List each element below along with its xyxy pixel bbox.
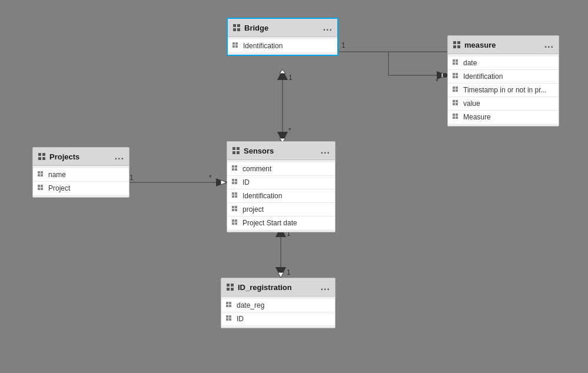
svg-rect-44 bbox=[456, 89, 458, 92]
svg-rect-56 bbox=[42, 157, 45, 160]
svg-rect-71 bbox=[232, 168, 234, 171]
svg-rect-30 bbox=[457, 41, 460, 44]
svg-rect-40 bbox=[456, 76, 458, 78]
svg-rect-60 bbox=[41, 174, 43, 176]
measure-field-0-label: date bbox=[463, 59, 477, 67]
sensors-field-1-label: ID bbox=[242, 178, 250, 186]
svg-rect-37 bbox=[453, 73, 455, 75]
svg-rect-80 bbox=[235, 195, 237, 198]
svg-rect-92 bbox=[231, 288, 234, 291]
svg-rect-87 bbox=[232, 222, 234, 225]
rel-label-projects-sensors-right: * bbox=[209, 174, 212, 182]
rel-label-sensors-idreg-bottom: 1 bbox=[287, 268, 291, 277]
svg-rect-47 bbox=[453, 103, 455, 105]
sensors-table-menu[interactable]: ... bbox=[321, 145, 330, 156]
svg-rect-50 bbox=[456, 114, 458, 116]
projects-table-header: Projects ... bbox=[33, 148, 129, 166]
sensors-field-icon-0 bbox=[232, 165, 239, 172]
svg-rect-24 bbox=[237, 28, 240, 31]
measure-table-body: date Identification bbox=[448, 54, 559, 126]
sensors-field-icon-1 bbox=[232, 179, 239, 186]
svg-rect-41 bbox=[453, 86, 455, 89]
svg-rect-61 bbox=[38, 185, 40, 187]
measure-field-4: Measure bbox=[448, 111, 559, 124]
svg-rect-51 bbox=[453, 116, 455, 119]
svg-rect-74 bbox=[235, 179, 237, 181]
svg-rect-34 bbox=[456, 59, 458, 62]
svg-rect-63 bbox=[38, 188, 40, 190]
svg-marker-9 bbox=[280, 69, 285, 74]
sensors-field-1: ID bbox=[227, 176, 335, 189]
svg-rect-55 bbox=[38, 157, 41, 160]
svg-rect-69 bbox=[232, 165, 234, 168]
id-registration-table[interactable]: ID_registration ... date_reg bbox=[221, 278, 335, 328]
bridge-field-0-label: Identification bbox=[243, 42, 283, 50]
svg-rect-100 bbox=[229, 318, 231, 321]
id-registration-field-icon-1 bbox=[226, 315, 233, 322]
svg-rect-23 bbox=[233, 28, 236, 31]
measure-field-3-label: value bbox=[463, 99, 480, 108]
svg-rect-83 bbox=[232, 209, 234, 211]
sensors-field-3: project bbox=[227, 203, 335, 217]
id-registration-table-menu[interactable]: ... bbox=[321, 282, 330, 292]
sensors-field-icon-4 bbox=[232, 219, 239, 227]
svg-rect-49 bbox=[453, 114, 455, 116]
bridge-table[interactable]: Bridge ... Identification bbox=[227, 18, 338, 56]
bridge-table-title: Bridge bbox=[244, 24, 268, 32]
rel-label-bridge-sensors-top: 1 bbox=[288, 74, 293, 82]
rel-label-projects-sensors-left: 1 bbox=[129, 174, 134, 182]
sensors-field-4: Project Start date bbox=[227, 217, 335, 229]
svg-rect-81 bbox=[232, 206, 234, 208]
svg-marker-8 bbox=[277, 69, 288, 80]
svg-rect-75 bbox=[232, 182, 234, 184]
svg-rect-54 bbox=[42, 153, 45, 156]
svg-rect-36 bbox=[456, 62, 458, 65]
sensors-field-0-label: comment bbox=[242, 165, 271, 173]
svg-rect-57 bbox=[38, 171, 40, 174]
id-registration-table-body: date_reg ID bbox=[221, 297, 335, 328]
rel-label-bridge-sensors-bottom: * bbox=[288, 126, 291, 135]
measure-field-icon-1 bbox=[453, 73, 460, 80]
diagram-canvas: 1 * 1 * 1 * 1 1 Bridge ... bbox=[0, 0, 588, 373]
projects-field-1: Project bbox=[33, 182, 129, 195]
bridge-field-identification: Identification bbox=[228, 39, 337, 52]
projects-table-menu[interactable]: ... bbox=[115, 151, 124, 162]
measure-field-2-label: Timestamp in or not in pr... bbox=[463, 86, 547, 94]
projects-field-icon-1 bbox=[38, 185, 45, 192]
measure-field-0: date bbox=[448, 56, 559, 70]
measure-field-4-label: Measure bbox=[463, 113, 491, 121]
measure-table[interactable]: measure ... date bbox=[447, 35, 559, 126]
svg-rect-95 bbox=[226, 305, 228, 307]
id-registration-table-header: ID_registration ... bbox=[221, 278, 335, 297]
svg-rect-99 bbox=[226, 318, 228, 321]
sensors-table[interactable]: Sensors ... comment bbox=[227, 141, 335, 232]
svg-rect-68 bbox=[237, 151, 240, 154]
svg-rect-79 bbox=[232, 195, 234, 198]
bridge-table-icon bbox=[232, 24, 241, 32]
svg-rect-77 bbox=[232, 192, 234, 195]
svg-rect-42 bbox=[456, 86, 458, 89]
sensors-table-body: comment ID bbox=[227, 160, 335, 232]
svg-rect-27 bbox=[232, 45, 235, 48]
measure-table-menu[interactable]: ... bbox=[544, 39, 554, 50]
svg-marker-13 bbox=[221, 180, 227, 185]
svg-rect-53 bbox=[38, 153, 41, 156]
bridge-table-menu[interactable]: ... bbox=[323, 22, 333, 33]
svg-rect-96 bbox=[229, 305, 231, 307]
measure-field-icon-2 bbox=[453, 86, 460, 94]
svg-rect-26 bbox=[235, 42, 238, 45]
svg-rect-32 bbox=[457, 45, 460, 48]
id-registration-field-1-label: ID bbox=[237, 315, 244, 323]
projects-table[interactable]: Projects ... name bbox=[32, 147, 129, 198]
projects-field-0-label: name bbox=[48, 171, 66, 179]
svg-rect-89 bbox=[227, 284, 230, 287]
rel-label-bridge-measure-left: 1 bbox=[341, 41, 346, 49]
svg-rect-94 bbox=[229, 302, 231, 304]
projects-table-title: Projects bbox=[49, 152, 79, 161]
svg-rect-62 bbox=[41, 185, 43, 187]
projects-field-1-label: Project bbox=[48, 184, 70, 192]
svg-rect-31 bbox=[453, 45, 456, 48]
sensors-field-3-label: project bbox=[242, 205, 264, 214]
measure-field-3: value bbox=[448, 97, 559, 111]
svg-rect-28 bbox=[235, 45, 238, 48]
